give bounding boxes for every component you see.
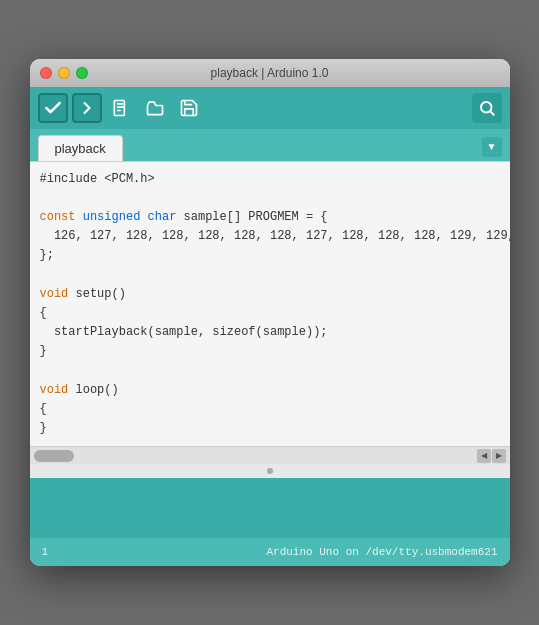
horizontal-scrollbar: ◀ ▶ [30,446,510,464]
code-line: startPlayback(sample, sizeof(sample)); [40,323,500,342]
window-title: playback | Arduino 1.0 [211,66,329,80]
tab-dropdown-button[interactable]: ▼ [482,137,502,157]
verify-button[interactable] [38,93,68,123]
statusbar: 1 Arduino Uno on /dev/tty.usbmodem621 [30,538,510,566]
code-editor[interactable]: #include <PCM.h> const unsigned char sam… [30,161,510,447]
code-line: const unsigned char sample[] PROGMEM = { [40,208,500,227]
application-window: playback | Arduino 1.0 [30,59,510,567]
statusbar-board-info: Arduino Uno on /dev/tty.usbmodem621 [266,546,497,558]
code-line: } [40,342,500,361]
tabbar: playback ▼ [30,129,510,161]
scroll-right-button[interactable]: ▶ [492,449,506,463]
new-button[interactable] [106,93,136,123]
svg-line-5 [490,111,493,114]
search-button[interactable] [472,93,502,123]
code-line: void setup() [40,285,500,304]
code-line: void loop() [40,381,500,400]
resize-dot [267,468,273,474]
code-line: 126, 127, 128, 128, 128, 128, 128, 127, … [40,227,500,246]
toolbar [30,87,510,129]
close-button[interactable] [40,67,52,79]
scroll-left-button[interactable]: ◀ [477,449,491,463]
code-line: #include <PCM.h> [40,170,500,189]
window-controls [40,67,88,79]
maximize-button[interactable] [76,67,88,79]
code-line: { [40,304,500,323]
code-line: { [40,400,500,419]
scroll-arrows: ◀ ▶ [477,449,506,463]
minimize-button[interactable] [58,67,70,79]
upload-button[interactable] [72,93,102,123]
code-line [40,362,500,381]
code-line: } [40,419,500,438]
code-line [40,266,500,285]
save-button[interactable] [174,93,204,123]
titlebar: playback | Arduino 1.0 [30,59,510,87]
code-line [40,189,500,208]
scroll-thumb[interactable] [34,450,74,462]
code-line: }; [40,246,500,265]
tab-playback[interactable]: playback [38,135,123,161]
open-button[interactable] [140,93,170,123]
resize-handle[interactable] [30,464,510,478]
statusbar-line-number: 1 [42,546,49,558]
serial-monitor-area [30,478,510,538]
